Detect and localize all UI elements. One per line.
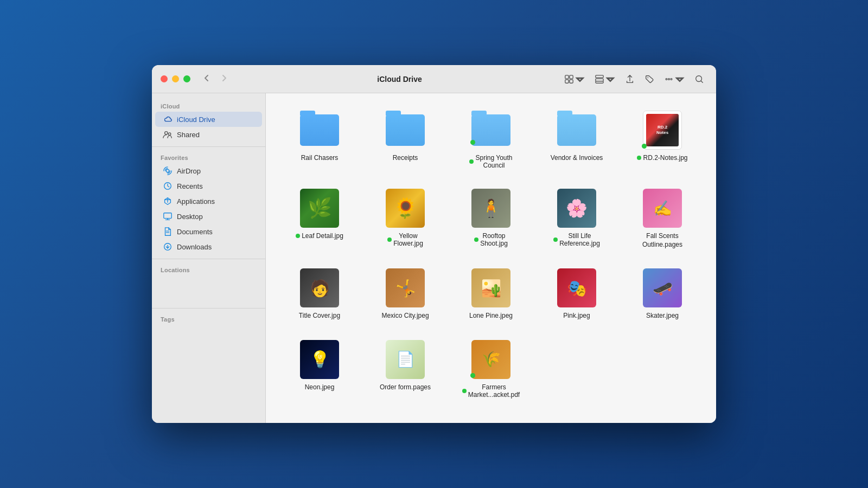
file-thumbnail [300, 111, 339, 150]
file-name: RooftopShoot.jpg [474, 232, 508, 247]
main-content: Rail Chasers Receipts [266, 93, 716, 423]
airdrop-icon [163, 166, 173, 176]
list-item[interactable]: ✍️ Fall ScentsOutline.pages [624, 184, 701, 253]
file-thumbnail: 🧑 [300, 268, 339, 307]
download-icon [163, 242, 173, 252]
file-name: Vendor & Invoices [551, 154, 603, 163]
sidebar-item-shared[interactable]: Shared [155, 127, 262, 142]
back-button[interactable] [199, 73, 214, 85]
sidebar-item-icloud-drive[interactable]: iCloud Drive [155, 112, 262, 127]
list-item[interactable]: Rail Chasers [281, 106, 358, 174]
nav-buttons [199, 73, 232, 85]
sidebar-label-shared: Shared [177, 131, 200, 139]
svg-point-14 [168, 133, 171, 136]
sidebar-item-applications[interactable]: Applications [155, 194, 262, 209]
shared-icon [163, 130, 173, 139]
toolbar-icons [561, 72, 707, 86]
file-thumbnail: 📄 [386, 340, 425, 379]
list-item[interactable]: 🏜️ Lone Pine.jpeg [452, 264, 529, 325]
file-name-label: YellowFlower.jpg [393, 232, 423, 247]
svg-point-9 [668, 78, 670, 80]
sidebar-label-documents: Documents [177, 228, 213, 236]
apps-icon [163, 196, 173, 206]
file-name-label: Spring YouthCouncil [475, 154, 512, 169]
status-dot [553, 237, 558, 242]
file-name: Lone Pine.jpeg [469, 312, 513, 320]
file-name-label: RooftopShoot.jpg [480, 232, 508, 247]
file-name: Fall ScentsOutline.pages [642, 232, 682, 249]
svg-point-8 [666, 78, 667, 80]
file-name: Order form.pages [380, 383, 431, 392]
file-name-label: RD.2-Notes.jpg [643, 154, 687, 162]
list-item[interactable]: 📄 Order form.pages [367, 336, 444, 403]
list-item[interactable]: Vendor & Invoices [538, 106, 615, 174]
file-name: RD.2-Notes.jpg [637, 154, 687, 162]
list-item[interactable]: Receipts [367, 106, 444, 174]
finder-window: iCloud Drive [152, 65, 716, 423]
list-item[interactable]: 🌿 Leaf Detail.jpg [281, 184, 358, 253]
svg-rect-2 [565, 79, 569, 82]
sidebar-label-downloads: Downloads [177, 243, 212, 251]
search-button[interactable] [691, 72, 707, 86]
sidebar-item-recents[interactable]: Recents [155, 178, 262, 194]
view-icon-button[interactable] [561, 72, 588, 86]
sidebar-label-icloud-drive: iCloud Drive [177, 115, 215, 124]
clock-icon [163, 181, 173, 191]
doc-icon [163, 227, 173, 236]
list-item[interactable]: 🛹 Skater.jpeg [624, 264, 701, 325]
window-title: iCloud Drive [238, 75, 561, 84]
sidebar-label-airdrop: AirDrop [177, 167, 201, 175]
status-dot [462, 389, 467, 393]
cloud-icon [163, 114, 173, 124]
file-name: Title Cover.jpg [299, 312, 340, 320]
list-item[interactable]: 🌾 FarmersMarket...acket.pdf [452, 336, 529, 403]
sidebar-item-documents[interactable]: Documents [155, 224, 262, 239]
more-button[interactable] [661, 72, 688, 86]
file-name: Skater.jpeg [646, 312, 679, 320]
file-name: FarmersMarket...acket.pdf [462, 383, 520, 399]
list-item[interactable]: RD.2Notes RD.2-Notes.jpg [624, 106, 701, 174]
sidebar-item-airdrop[interactable]: AirDrop [155, 163, 262, 178]
status-dot [469, 159, 474, 164]
minimize-button[interactable] [172, 75, 179, 82]
svg-point-10 [671, 78, 672, 80]
svg-rect-19 [164, 213, 171, 219]
sidebar: iCloud iCloud Drive [152, 93, 266, 423]
list-item[interactable]: 🤸 Mexico City.jpeg [367, 264, 444, 325]
list-item[interactable]: 🧑 Title Cover.jpg [281, 264, 358, 325]
file-name: Receipts [393, 154, 418, 163]
content-area: iCloud iCloud Drive [152, 93, 716, 423]
file-name-label: FarmersMarket...acket.pdf [468, 383, 520, 399]
file-name: Mexico City.jpeg [381, 312, 429, 320]
titlebar: iCloud Drive [152, 65, 716, 93]
list-item[interactable]: Spring YouthCouncil [452, 106, 529, 174]
list-item[interactable]: 💡 Neon.jpeg [281, 336, 358, 403]
list-item[interactable]: 🧍 RooftopShoot.jpg [452, 184, 529, 253]
file-name-label: Leaf Detail.jpg [302, 232, 343, 240]
maximize-button[interactable] [183, 75, 190, 82]
sidebar-label-applications: Applications [177, 197, 215, 206]
list-item[interactable]: 🌸 Still LifeReference.jpg [538, 184, 615, 253]
file-name: Pink.jpeg [563, 312, 590, 320]
sidebar-item-desktop[interactable]: Desktop [155, 209, 262, 224]
desktop-icon [163, 211, 173, 221]
list-item[interactable]: 🎭 Pink.jpeg [538, 264, 615, 325]
svg-point-7 [647, 77, 648, 78]
file-thumbnail: 🌿 [300, 189, 339, 228]
forward-button[interactable] [216, 73, 232, 85]
tag-button[interactable] [641, 72, 658, 86]
svg-rect-0 [565, 75, 569, 78]
file-thumbnail [386, 111, 425, 150]
view-grid-button[interactable] [591, 72, 618, 86]
file-thumbnail: 💡 [300, 340, 339, 379]
file-thumbnail [557, 111, 596, 150]
file-name: Still LifeReference.jpg [553, 232, 600, 247]
sidebar-section-favorites: Favorites [152, 151, 265, 163]
sidebar-item-downloads[interactable]: Downloads [155, 239, 262, 254]
file-thumbnail: 🧍 [471, 189, 510, 228]
list-item[interactable]: 🌻 YellowFlower.jpg [367, 184, 444, 253]
close-button[interactable] [161, 75, 168, 82]
file-thumbnail: RD.2Notes [643, 111, 682, 150]
share-button[interactable] [622, 72, 638, 86]
traffic-lights [161, 75, 190, 82]
